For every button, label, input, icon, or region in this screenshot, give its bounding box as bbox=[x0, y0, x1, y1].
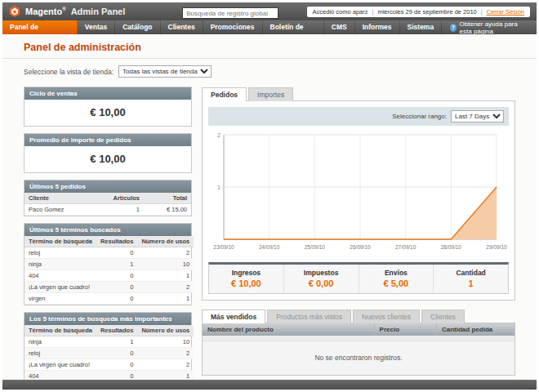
range-select[interactable]: Last 7 Days bbox=[451, 110, 504, 122]
dashboard-right-column: Pedidos Importes Seleccionar rango: Last… bbox=[202, 87, 515, 380]
stat-impuestos: Impuestos € 0,00 bbox=[283, 265, 359, 293]
nav-item-clientes[interactable]: Clientes bbox=[161, 20, 203, 34]
page-title: Panel de administración bbox=[2, 34, 537, 58]
logged-in-as: Accedió como aparz bbox=[313, 8, 368, 16]
column-header: Resultados bbox=[96, 236, 137, 247]
nav-item-catalogo[interactable]: Catálogo bbox=[115, 20, 160, 34]
svg-text:27/09/10: 27/09/10 bbox=[395, 244, 416, 250]
table-row[interactable]: ¡La virgen que cuadro!02 bbox=[24, 282, 194, 293]
column-header: Término de búsqueda bbox=[24, 236, 96, 247]
tab-clientes[interactable]: Clientes bbox=[421, 310, 465, 323]
stat-cantidad: Cantidad 1 bbox=[433, 265, 508, 293]
totals-bar: Ingresos € 10,00 Impuestos € 0,00 Envíos… bbox=[208, 262, 509, 294]
store-view-select[interactable]: Todas las vistas de tienda bbox=[118, 65, 212, 78]
help-label: Obtener ayuda para esta página bbox=[460, 20, 528, 35]
range-selector-band: Seleccionar rango: Last 7 Days bbox=[208, 107, 509, 126]
stat-value: € 5,00 bbox=[361, 278, 432, 288]
nav-item-ventas[interactable]: Ventas bbox=[78, 20, 115, 34]
stat-label: Cantidad bbox=[435, 269, 506, 277]
separator: | bbox=[372, 8, 373, 16]
top-search-title: Los 5 términos de búsqueda más important… bbox=[24, 313, 191, 325]
table-row[interactable]: ninja110 bbox=[24, 259, 194, 270]
tab-nuevos-clientes[interactable]: Nuevos clientes bbox=[353, 310, 420, 323]
chart-tabs: Pedidos Importes bbox=[202, 87, 515, 100]
table-row[interactable]: Paco Gomez1€ 15,00 bbox=[24, 204, 191, 216]
range-label: Seleccionar rango: bbox=[392, 113, 447, 120]
nav-item-promociones[interactable]: Promociones bbox=[203, 20, 263, 34]
svg-text:23/09/10: 23/09/10 bbox=[213, 244, 234, 250]
magento-logo-icon bbox=[9, 6, 20, 17]
last-search-table: Término de búsqueda Resultados Número de… bbox=[24, 236, 194, 305]
column-header: Total bbox=[144, 193, 191, 204]
nav-item-sistema[interactable]: Sistema bbox=[400, 20, 443, 34]
tab-pedidos[interactable]: Pedidos bbox=[202, 87, 247, 101]
last-orders-title: Últimos 5 pedidos bbox=[24, 180, 191, 193]
column-header: Término de búsqueda bbox=[24, 325, 96, 336]
admin-window: Magento® Admin Panel Accedió como aparz … bbox=[2, 2, 537, 390]
orders-chart: 1223/09/1024/09/1025/09/1026/09/1027/09/… bbox=[208, 130, 509, 252]
help-icon: ? bbox=[450, 24, 456, 32]
last-search-box: Últimos 5 términos buscados Término de b… bbox=[24, 223, 192, 305]
table-row[interactable]: reloj02 bbox=[24, 247, 194, 259]
session-info: Accedió como aparz | miércoles 29 de sep… bbox=[307, 7, 530, 17]
global-search bbox=[182, 4, 278, 20]
stat-envios: Envíos € 5,00 bbox=[359, 265, 434, 293]
bestsellers-grid: Nombre del producto Precio Cantidad pedi… bbox=[202, 323, 515, 376]
tab-productos-mas-vistos[interactable]: Productos más vistos bbox=[267, 310, 351, 323]
svg-text:28/09/10: 28/09/10 bbox=[441, 244, 462, 250]
svg-text:24/09/10: 24/09/10 bbox=[259, 244, 280, 250]
nav-item-cms[interactable]: CMS bbox=[324, 20, 355, 34]
footer-bar bbox=[2, 380, 537, 390]
svg-text:29/09/10: 29/09/10 bbox=[486, 244, 507, 250]
nav-item-informes[interactable]: Informes bbox=[355, 20, 400, 34]
orders-chart-wrap: 1223/09/1024/09/1025/09/1026/09/1027/09/… bbox=[208, 126, 509, 256]
chart-panel: Seleccionar rango: Last 7 Days 1223/09/1… bbox=[202, 100, 515, 301]
lifetime-sales-box: Ciclo de ventas € 10,00 bbox=[24, 87, 192, 127]
svg-text:26/09/10: 26/09/10 bbox=[350, 244, 371, 250]
stat-ingresos: Ingresos € 10,00 bbox=[209, 265, 283, 293]
svg-text:1: 1 bbox=[217, 185, 220, 190]
table-row[interactable]: 40401 bbox=[24, 371, 194, 381]
table-row[interactable]: reloj02 bbox=[24, 348, 194, 359]
store-view-row: Seleccione la vista de tienda: Todas las… bbox=[2, 59, 537, 85]
logout-link[interactable]: Cerrar Sesión bbox=[487, 8, 524, 16]
stat-value: € 10,00 bbox=[211, 278, 282, 288]
table-row[interactable]: ¡La virgen que cuadro!02 bbox=[24, 359, 194, 371]
last-orders-box: Últimos 5 pedidos Cliente Artículos Tota… bbox=[24, 180, 192, 216]
lifetime-sales-title: Ciclo de ventas bbox=[24, 87, 191, 100]
last-search-title: Últimos 5 términos buscados bbox=[24, 224, 191, 236]
column-header: Resultados bbox=[96, 325, 137, 336]
average-orders-box: Promedio de importe de pedidos € 10,00 bbox=[24, 133, 192, 173]
grid-column-header[interactable]: Cantidad pedida bbox=[436, 323, 514, 336]
nav-item-boletin[interactable]: Boletín de noticias bbox=[263, 20, 324, 34]
table-row[interactable]: virgen01 bbox=[24, 293, 194, 305]
global-search-input[interactable] bbox=[182, 7, 278, 19]
svg-text:2: 2 bbox=[217, 132, 220, 138]
tab-mas-vendidos[interactable]: Más vendidos bbox=[202, 310, 265, 323]
grid-empty-row: No se encontraron registros. bbox=[203, 341, 514, 375]
lifetime-sales-value: € 10,00 bbox=[24, 100, 191, 126]
average-orders-title: Promedio de importe de pedidos bbox=[24, 134, 191, 146]
brand-name: Magento® bbox=[25, 7, 66, 16]
empty-message: No se encontraron registros. bbox=[203, 341, 514, 375]
dashboard-left-column: Ciclo de ventas € 10,00 Promedio de impo… bbox=[24, 87, 192, 380]
stat-label: Impuestos bbox=[286, 269, 357, 277]
column-header: Artículos bbox=[109, 193, 144, 204]
grid-column-header[interactable]: Nombre del producto bbox=[203, 323, 374, 336]
table-row[interactable]: ninja110 bbox=[24, 336, 194, 348]
content-area: Panel de administración Seleccione la vi… bbox=[2, 34, 537, 380]
stat-label: Ingresos bbox=[211, 269, 282, 277]
table-row[interactable]: 40401 bbox=[24, 270, 194, 282]
current-date: miércoles 29 de septiembre de 2010 bbox=[377, 8, 476, 16]
stat-value: € 0,00 bbox=[286, 278, 357, 288]
grid-column-header[interactable]: Precio bbox=[374, 323, 436, 336]
average-orders-value: € 10,00 bbox=[24, 146, 191, 172]
product-tabs: Más vendidos Productos más vistos Nuevos… bbox=[202, 309, 515, 323]
main-nav: Panel de administración Ventas Catálogo … bbox=[2, 20, 537, 34]
column-header: Número de usos bbox=[137, 325, 194, 336]
column-header: Número de usos bbox=[137, 236, 194, 247]
last-orders-table: Cliente Artículos Total Paco Gomez1€ 15,… bbox=[24, 193, 191, 216]
nav-item-dashboard[interactable]: Panel de administración bbox=[2, 20, 78, 34]
page-help-link[interactable]: ? Obtener ayuda para esta página bbox=[442, 20, 537, 34]
tab-importes[interactable]: Importes bbox=[248, 87, 293, 101]
